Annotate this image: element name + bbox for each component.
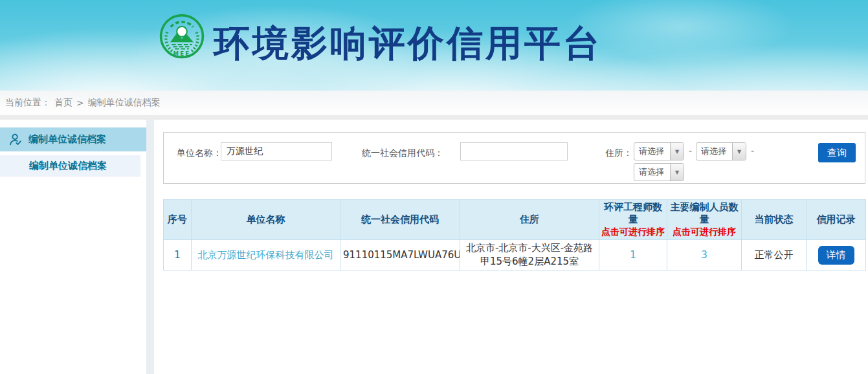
province-select-value: 请选择: [634, 146, 670, 157]
address-province-select[interactable]: 请选择 ▼: [634, 142, 684, 160]
breadcrumb-separator: >: [76, 98, 84, 108]
header-status: 当前状态: [742, 200, 807, 240]
logo-text: MEE: [173, 50, 191, 57]
header-unit-name: 单位名称: [192, 200, 340, 240]
sidebar-subitem-unit-credit-archive[interactable]: 编制单位诚信档案: [0, 155, 140, 177]
unit-name-input[interactable]: [221, 142, 332, 160]
staff-count-link[interactable]: 3: [701, 249, 707, 261]
results-table: 序号 单位名称 统一社会信用代码 住所 环评工程师数量 点击可进行排序 主要编制…: [163, 199, 866, 270]
header-staff-count-sort[interactable]: 主要编制人员数量 点击可进行排序: [667, 200, 742, 240]
breadcrumb-current: 编制单位诚信档案: [88, 97, 161, 109]
chevron-down-icon[interactable]: ▼: [732, 143, 746, 160]
breadcrumb: 当前位置： 首页 > 编制单位诚信档案: [0, 91, 868, 115]
sidebar: 编制单位诚信档案 编制单位诚信档案: [0, 120, 146, 374]
user-check-icon: [8, 133, 23, 147]
row-credit-code: 91110115MA7LWUA76U: [340, 240, 460, 270]
address-dash: -: [751, 146, 754, 156]
header-credit-record: 信用记录: [807, 200, 866, 240]
table-header-row: 序号 单位名称 统一社会信用代码 住所 环评工程师数量 点击可进行排序 主要编制…: [164, 200, 866, 240]
district-select-value: 请选择: [634, 166, 670, 178]
page-title: 环境影响评价信用平台: [214, 19, 602, 69]
site-header: MEE 环境影响评价信用平台: [0, 0, 868, 91]
address-dash: -: [689, 146, 692, 156]
chevron-down-icon[interactable]: ▼: [670, 143, 684, 160]
header-address: 住所: [460, 200, 599, 240]
search-panel: 单位名称： 统一社会信用代码： 住所： 请选择 ▼ - 请选择 ▼ - 请选择 …: [163, 132, 865, 184]
staff-count-title: 主要编制人员数量: [671, 201, 739, 225]
row-index: 1: [164, 240, 192, 270]
header-divider: [0, 115, 868, 120]
table-row: 1 北京万源世纪环保科技有限公司 91110115MA7LWUA76U 北京市-…: [164, 240, 866, 270]
header-index: 序号: [164, 200, 192, 240]
credit-code-label: 统一社会信用代码：: [362, 144, 443, 162]
header-credit-code: 统一社会信用代码: [340, 200, 460, 240]
company-name-link[interactable]: 北京万源世纪环保科技有限公司: [198, 249, 334, 261]
sort-hint: 点击可进行排序: [669, 226, 740, 238]
engineer-count-title: 环评工程师数量: [604, 201, 662, 225]
header-engineer-count-sort[interactable]: 环评工程师数量 点击可进行排序: [599, 200, 667, 240]
address-city-select[interactable]: 请选择 ▼: [696, 142, 746, 160]
sidebar-content-divider: [146, 120, 154, 374]
unit-name-label: 单位名称：: [177, 144, 222, 162]
sort-hint: 点击可进行排序: [601, 226, 665, 238]
engineer-count-link[interactable]: 1: [630, 249, 636, 261]
chevron-down-icon[interactable]: ▼: [670, 164, 684, 181]
row-address: 北京市-北京市-大兴区-金苑路甲15号6幢2层A215室: [460, 240, 599, 270]
query-button[interactable]: 查询: [818, 143, 856, 162]
detail-button[interactable]: 详情: [818, 246, 854, 265]
row-status: 正常公开: [742, 240, 807, 270]
sidebar-subitem-label: 编制单位诚信档案: [29, 160, 107, 172]
breadcrumb-prefix: 当前位置：: [5, 97, 50, 109]
credit-code-input[interactable]: [460, 142, 568, 160]
breadcrumb-home-link[interactable]: 首页: [54, 97, 72, 109]
address-label: 住所：: [605, 144, 632, 162]
mee-logo-icon: MEE: [159, 13, 205, 60]
city-select-value: 请选择: [696, 146, 732, 157]
sidebar-item-unit-credit-archive[interactable]: 编制单位诚信档案: [0, 127, 146, 151]
sidebar-item-label: 编制单位诚信档案: [28, 133, 106, 146]
address-district-select[interactable]: 请选择 ▼: [634, 163, 684, 181]
